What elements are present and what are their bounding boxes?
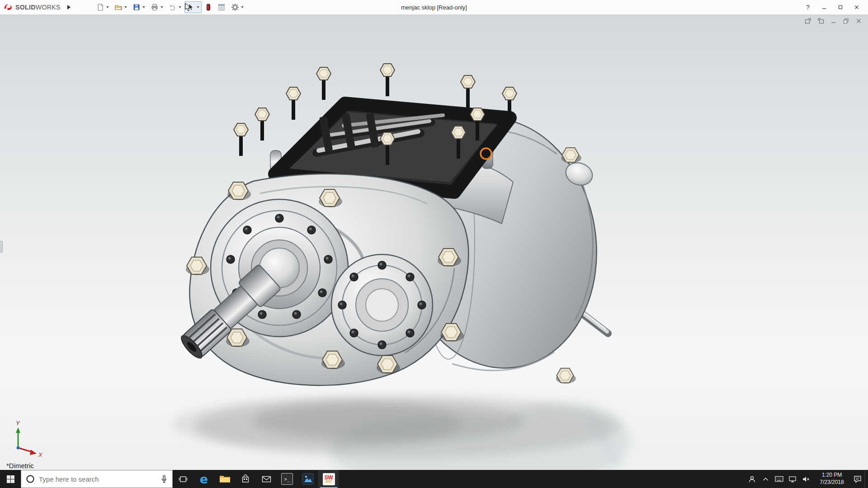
solidworks-logo: SOLIDWORKS [0, 3, 65, 11]
new-document-icon [96, 3, 104, 11]
bearing-cover-hub[interactable] [331, 254, 433, 356]
volume-button[interactable] [799, 470, 813, 488]
pane-left-icon [805, 18, 811, 24]
app-icon-edge[interactable]: e [193, 470, 214, 488]
doc-restore-icon [843, 18, 849, 24]
touch-keyboard-button[interactable] [772, 470, 786, 488]
brand-solid: SOLID [15, 4, 36, 11]
pane-right-button[interactable] [817, 17, 825, 25]
sheet-table-icon [217, 3, 226, 11]
doc-restore-button[interactable] [842, 17, 850, 25]
help-label: ? [806, 4, 810, 11]
orientation-triad[interactable]: Y X [16, 420, 43, 458]
action-center-button[interactable] [851, 470, 864, 488]
store-bag-icon [241, 474, 250, 483]
app-icon-mail[interactable] [256, 470, 277, 488]
close-icon [854, 5, 859, 10]
dropdown-caret-icon[interactable] [241, 6, 244, 8]
photos-icon [302, 473, 314, 485]
undo-button[interactable] [166, 1, 184, 13]
clock-time: 1:20 PM [822, 472, 842, 479]
dropdown-caret-icon[interactable] [197, 6, 199, 8]
brand-works: WORKS [36, 4, 61, 11]
open-folder-icon [114, 3, 123, 11]
select-cursor-icon [187, 3, 195, 11]
menu-expand-arrow[interactable] [65, 2, 73, 12]
sw-letters: SW [325, 475, 333, 480]
doc-minimize-icon [830, 18, 837, 24]
solidworks-app-icon: SW 2017 [323, 473, 335, 485]
app-icon-store[interactable] [235, 470, 256, 488]
expand-triangle-icon [67, 5, 71, 9]
network-icon [788, 476, 797, 483]
quick-toolbar [94, 1, 246, 13]
appearances-button[interactable] [203, 1, 214, 13]
dropdown-caret-icon[interactable] [179, 6, 181, 8]
3d-viewport[interactable]: Y X [0, 15, 868, 470]
titlebar: SOLIDWORKS [0, 0, 868, 15]
new-document-button[interactable] [94, 1, 111, 13]
tray-expand-button[interactable] [759, 470, 772, 488]
help-button[interactable]: ? [801, 2, 815, 13]
close-button[interactable] [850, 2, 863, 13]
keyboard-icon [775, 476, 783, 482]
action-center-icon [854, 475, 862, 483]
minimize-icon [821, 5, 827, 10]
windows-logo-icon [7, 475, 14, 483]
mail-envelope-icon [262, 475, 271, 483]
start-button[interactable] [0, 470, 21, 488]
taskbar-search[interactable] [21, 470, 173, 488]
clock-date: 7/23/2018 [820, 479, 844, 486]
app-icon-photos[interactable] [297, 470, 318, 488]
show-desktop-button[interactable] [864, 470, 868, 488]
network-button[interactable] [786, 470, 799, 488]
view-orientation-label: *Dimetric [6, 462, 34, 469]
solidworks-ds-icon [4, 3, 14, 11]
console-icon: >_ [281, 473, 293, 485]
save-floppy-icon [132, 3, 141, 11]
undo-arrow-icon [169, 3, 177, 11]
gearbox-assembly-model[interactable]: Y X [0, 15, 868, 470]
print-button[interactable] [148, 1, 165, 13]
pane-right-icon [817, 18, 824, 24]
people-button[interactable] [745, 470, 759, 488]
open-document-button[interactable] [112, 1, 129, 13]
sw-year: 2017 [326, 480, 332, 483]
dropdown-caret-icon[interactable] [160, 6, 163, 8]
microphone-icon[interactable] [160, 475, 168, 483]
doc-minimize-button[interactable] [830, 17, 837, 25]
maximize-button[interactable] [834, 2, 847, 13]
taskbar-clock[interactable]: 1:20 PM 7/23/2018 [813, 470, 851, 488]
speaker-icon [802, 476, 810, 483]
people-icon [748, 475, 756, 483]
app-icon-console[interactable]: >_ [277, 470, 297, 488]
save-button[interactable] [130, 1, 147, 13]
dropdown-caret-icon[interactable] [124, 6, 127, 8]
doc-close-icon [855, 18, 862, 24]
dropdown-caret-icon[interactable] [142, 6, 145, 8]
task-view-button[interactable] [173, 470, 193, 488]
chevron-up-icon [763, 477, 769, 481]
edge-e-icon: e [200, 473, 208, 485]
settings-button[interactable] [229, 1, 246, 13]
brand-name: SOLIDWORKS [15, 4, 61, 11]
printer-icon [151, 3, 159, 11]
appearances-icon [205, 3, 212, 11]
document-window-controls [804, 17, 863, 25]
task-view-icon [179, 475, 188, 483]
model-shadow [172, 395, 631, 470]
dropdown-caret-icon[interactable] [106, 6, 109, 8]
minimize-button[interactable] [817, 2, 831, 13]
app-icon-file-explorer[interactable] [214, 470, 235, 488]
search-input[interactable] [39, 475, 156, 483]
app-icon-solidworks[interactable]: SW 2017 [318, 470, 339, 488]
doc-close-button[interactable] [855, 17, 863, 25]
options-sheet-button[interactable] [215, 1, 228, 13]
window-controls: ? [801, 2, 868, 13]
system-tray: 1:20 PM 7/23/2018 [745, 470, 868, 488]
pane-left-button[interactable] [804, 17, 812, 25]
select-tool-button[interactable] [184, 1, 202, 13]
panel-collapse-tab[interactable] [0, 241, 3, 253]
triad-y-label: Y [16, 420, 20, 427]
taskbar: e >_ SW 2017 [0, 470, 868, 488]
